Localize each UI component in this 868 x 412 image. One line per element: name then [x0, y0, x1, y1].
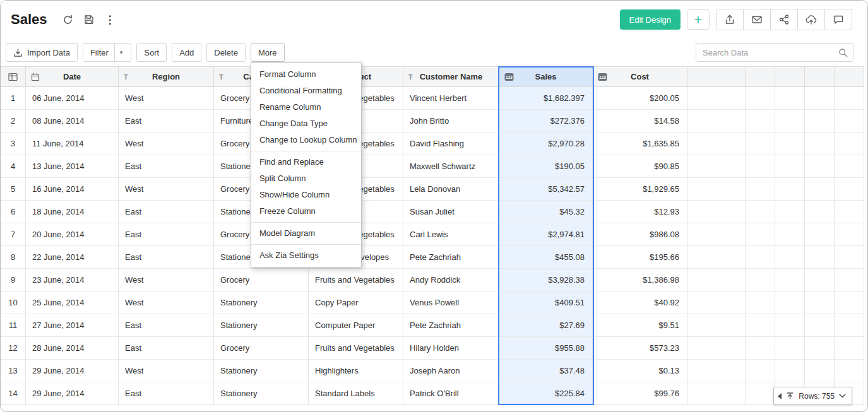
menu-item-show-hide-column[interactable]: Show/Hide Column	[251, 187, 361, 203]
cell-empty[interactable]	[805, 223, 835, 246]
cell-date[interactable]: 13 June, 2014	[26, 155, 119, 178]
cell-cost[interactable]: $200.05	[593, 87, 687, 110]
cell-sales[interactable]: $5,342.57	[499, 178, 593, 201]
cell-empty[interactable]	[746, 132, 775, 155]
expand-handle-icon[interactable]	[778, 393, 782, 399]
row-number[interactable]: 8	[1, 246, 26, 269]
cell-region[interactable]: East	[119, 382, 214, 405]
cell-empty[interactable]	[835, 337, 864, 360]
cell-empty[interactable]	[687, 360, 746, 382]
cell-customer-name[interactable]: John Britto	[403, 110, 499, 132]
column-header-empty[interactable]	[835, 66, 864, 87]
cell-empty[interactable]	[805, 178, 835, 201]
edit-design-button[interactable]: Edit Design	[620, 9, 681, 30]
cell-empty[interactable]	[775, 314, 805, 337]
cell-customer-name[interactable]: Pete Zachriah	[403, 246, 499, 269]
filter-button[interactable]: Filter ▾	[83, 43, 131, 62]
row-number[interactable]: 7	[1, 223, 26, 246]
cell-product[interactable]: Highlighters	[309, 360, 403, 382]
cell-cost[interactable]: $986.08	[593, 223, 687, 246]
menu-item-change-data-type[interactable]: Change Data Type	[251, 115, 361, 132]
cell-product[interactable]: Fruits and Vegetables	[309, 269, 403, 291]
cell-region[interactable]: West	[119, 291, 214, 314]
cell-empty[interactable]	[687, 314, 746, 337]
cell-empty[interactable]	[775, 110, 805, 132]
publish-icon[interactable]	[797, 9, 825, 30]
cell-empty[interactable]	[687, 110, 746, 132]
column-header-date[interactable]: Date	[26, 66, 119, 87]
cell-empty[interactable]	[835, 246, 864, 269]
cell-empty[interactable]	[746, 269, 775, 291]
cell-date[interactable]: 28 June, 2014	[26, 337, 119, 360]
cell-cost[interactable]: $12.93	[593, 201, 687, 223]
cell-sales[interactable]: $37.48	[499, 360, 593, 382]
cell-empty[interactable]	[775, 223, 805, 246]
cell-empty[interactable]	[805, 269, 835, 291]
row-number[interactable]: 12	[1, 337, 26, 360]
cell-empty[interactable]	[746, 382, 775, 405]
cell-date[interactable]: 25 June, 2014	[26, 291, 119, 314]
row-number[interactable]: 10	[1, 291, 26, 314]
cell-empty[interactable]	[746, 246, 775, 269]
cell-sales[interactable]: $409.51	[499, 291, 593, 314]
cell-customer-name[interactable]: Vincent Herbert	[403, 87, 499, 110]
row-number[interactable]: 11	[1, 314, 26, 337]
cell-empty[interactable]	[746, 360, 775, 382]
cell-category[interactable]: Stationery	[214, 360, 309, 382]
cell-cost[interactable]: $90.85	[593, 155, 687, 178]
scroll-top-icon[interactable]	[786, 392, 794, 400]
cell-empty[interactable]	[835, 201, 864, 223]
cell-sales[interactable]: $3,928.38	[499, 269, 593, 291]
cell-empty[interactable]	[687, 337, 746, 360]
column-header-customer-name[interactable]: TCustomer Name	[403, 66, 499, 87]
cell-sales[interactable]: $225.84	[499, 382, 593, 405]
cell-customer-name[interactable]: David Flashing	[403, 132, 499, 155]
sort-button[interactable]: Sort	[136, 43, 167, 62]
cell-empty[interactable]	[687, 178, 746, 201]
row-number[interactable]: 9	[1, 269, 26, 291]
more-button[interactable]: More	[251, 43, 285, 62]
cell-sales[interactable]: $1,682.397	[499, 87, 593, 110]
menu-item-freeze-column[interactable]: Freeze Column	[251, 203, 361, 220]
cell-category[interactable]: Grocery	[214, 269, 309, 291]
cell-empty[interactable]	[805, 337, 835, 360]
row-number[interactable]: 3	[1, 132, 26, 155]
cell-product[interactable]: Fruits and Vegetables	[309, 337, 403, 360]
cell-date[interactable]: 29 June, 2014	[26, 360, 119, 382]
cell-empty[interactable]	[805, 132, 835, 155]
cell-empty[interactable]	[805, 110, 835, 132]
cell-sales[interactable]: $27.69	[499, 314, 593, 337]
refresh-icon[interactable]	[62, 15, 73, 25]
share-icon[interactable]	[770, 9, 798, 30]
row-number[interactable]: 6	[1, 201, 26, 223]
cell-empty[interactable]	[687, 201, 746, 223]
cell-region[interactable]: West	[119, 87, 214, 110]
cell-empty[interactable]	[805, 360, 835, 382]
cell-product[interactable]: Standard Labels	[309, 382, 403, 405]
cell-product[interactable]: Computer Paper	[309, 314, 403, 337]
add-button[interactable]: Add	[172, 43, 201, 62]
cell-empty[interactable]	[746, 223, 775, 246]
row-number[interactable]: 13	[1, 360, 26, 382]
menu-item-model-diagram[interactable]: Model Diagram	[251, 225, 361, 242]
cell-sales[interactable]: $45.32	[499, 201, 593, 223]
cell-empty[interactable]	[746, 291, 775, 314]
menu-item-change-to-lookup-column[interactable]: Change to Lookup Column	[251, 132, 361, 148]
cell-date[interactable]: 16 June, 2014	[26, 178, 119, 201]
cell-date[interactable]: 22 June, 2014	[26, 246, 119, 269]
cell-empty[interactable]	[775, 291, 805, 314]
cell-date[interactable]: 11 June, 2014	[26, 132, 119, 155]
cell-region[interactable]: East	[119, 155, 214, 178]
cell-empty[interactable]	[835, 155, 864, 178]
cell-empty[interactable]	[687, 269, 746, 291]
cell-category[interactable]: Grocery	[214, 337, 309, 360]
cell-region[interactable]: West	[119, 178, 214, 201]
select-all-cell[interactable]	[1, 66, 26, 87]
cell-empty[interactable]	[775, 87, 805, 110]
cell-empty[interactable]	[746, 201, 775, 223]
cell-customer-name[interactable]: Joseph Aaron	[403, 360, 499, 382]
search-input[interactable]	[696, 43, 853, 62]
import-data-button[interactable]: Import Data	[6, 43, 78, 62]
cell-empty[interactable]	[805, 155, 835, 178]
cell-region[interactable]: East	[119, 110, 214, 132]
